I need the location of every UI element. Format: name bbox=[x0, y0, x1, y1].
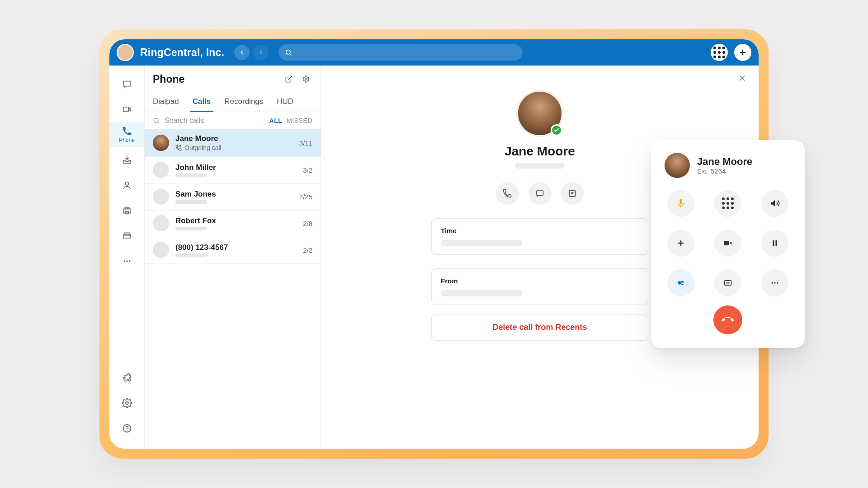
call-item-sub: Outgoing call bbox=[184, 144, 222, 151]
search-input[interactable] bbox=[278, 44, 523, 61]
add-call-button[interactable] bbox=[667, 230, 694, 257]
call-item-name: Jane Moore bbox=[175, 134, 293, 143]
video-icon bbox=[722, 239, 733, 248]
dialpad-icon bbox=[713, 47, 725, 58]
video-button[interactable] bbox=[714, 230, 741, 257]
close-icon bbox=[738, 74, 746, 82]
svg-rect-4 bbox=[123, 81, 131, 86]
phone-panel: Phone Dialpad Calls Recordings HUD bbox=[145, 66, 321, 449]
rail-item-chat[interactable] bbox=[109, 72, 144, 96]
nav-forward-button[interactable] bbox=[253, 45, 269, 60]
filter-all[interactable]: ALL bbox=[269, 117, 283, 124]
delete-call-button[interactable]: Delete call from Recents bbox=[431, 314, 648, 341]
record-icon bbox=[676, 279, 686, 287]
hangup-icon bbox=[721, 313, 735, 327]
svg-point-14 bbox=[126, 260, 127, 262]
rail-item-help[interactable] bbox=[109, 416, 144, 441]
cc-button[interactable]: CC bbox=[714, 269, 741, 296]
phone-icon bbox=[503, 189, 512, 198]
contact-actions bbox=[496, 182, 584, 205]
popout-button[interactable] bbox=[283, 73, 295, 85]
call-item-date: 2/2 bbox=[303, 246, 312, 254]
rail-item-settings[interactable] bbox=[109, 391, 144, 415]
skeleton bbox=[175, 253, 207, 257]
active-call-panel[interactable]: Jane Moore Ext. 5264 CC bbox=[651, 140, 805, 348]
avatar bbox=[153, 215, 169, 231]
svg-point-45 bbox=[774, 282, 775, 283]
chat-icon bbox=[535, 189, 544, 198]
avatar[interactable] bbox=[117, 44, 134, 61]
call-button[interactable] bbox=[496, 182, 519, 205]
more-button[interactable] bbox=[761, 269, 788, 296]
dialpad-button[interactable] bbox=[714, 190, 741, 217]
call-item-name: Sam Jones bbox=[175, 190, 293, 199]
speaker-button[interactable] bbox=[761, 190, 788, 217]
svg-point-44 bbox=[772, 282, 773, 283]
call-item[interactable]: (800) 123-4567 2/2 bbox=[145, 237, 321, 264]
svg-point-18 bbox=[127, 430, 127, 431]
gear-icon bbox=[122, 398, 132, 408]
active-call-ext: Ext. 5264 bbox=[697, 167, 752, 175]
svg-point-7 bbox=[125, 182, 128, 185]
skeleton bbox=[441, 290, 522, 296]
nav-back-button[interactable] bbox=[234, 45, 250, 60]
svg-point-20 bbox=[305, 78, 307, 80]
panel-settings-button[interactable] bbox=[300, 73, 312, 85]
svg-text:CC: CC bbox=[726, 282, 730, 285]
filter-row: Search calls ALL MISSED bbox=[145, 112, 321, 130]
hold-button[interactable] bbox=[761, 230, 788, 257]
svg-point-15 bbox=[129, 260, 130, 262]
svg-point-16 bbox=[126, 402, 128, 404]
phone-icon bbox=[122, 126, 132, 136]
dialpad-button[interactable] bbox=[711, 44, 728, 61]
tab-recordings[interactable]: Recordings bbox=[224, 93, 263, 112]
tab-hud[interactable]: HUD bbox=[277, 93, 293, 112]
hangup-button[interactable] bbox=[713, 305, 742, 334]
rail-item-inbox[interactable] bbox=[109, 148, 144, 172]
message-button[interactable] bbox=[528, 182, 551, 205]
call-item[interactable]: Jane Moore Outgoing call 3/11 bbox=[145, 130, 321, 157]
note-button[interactable] bbox=[561, 182, 584, 205]
rail-item-video[interactable] bbox=[109, 97, 144, 122]
call-item[interactable]: John Miller 3/2 bbox=[145, 157, 321, 184]
filter-missed[interactable]: MISSED bbox=[287, 117, 312, 124]
call-item[interactable]: Sam Jones 2/25 bbox=[145, 184, 321, 211]
rail-item-more[interactable] bbox=[109, 249, 144, 273]
svg-point-38 bbox=[678, 281, 681, 285]
nav-rail: Phone bbox=[109, 66, 145, 449]
close-button[interactable] bbox=[736, 72, 749, 84]
pause-icon bbox=[771, 239, 779, 247]
speaker-icon bbox=[770, 198, 780, 208]
svg-point-13 bbox=[123, 260, 125, 262]
mic-icon bbox=[676, 198, 686, 208]
fax-icon bbox=[122, 206, 132, 216]
new-button[interactable] bbox=[734, 44, 751, 61]
mute-button[interactable] bbox=[667, 190, 694, 217]
rail-item-contacts[interactable] bbox=[109, 173, 144, 197]
from-label: From bbox=[441, 277, 639, 285]
search-icon bbox=[153, 117, 160, 124]
external-icon bbox=[285, 75, 293, 83]
tray-icon bbox=[122, 231, 132, 240]
tab-dialpad[interactable]: Dialpad bbox=[153, 93, 179, 112]
brand-name: RingCentral, Inc. bbox=[140, 47, 224, 59]
phone-tabs: Dialpad Calls Recordings HUD bbox=[145, 93, 321, 112]
rail-item-apps[interactable] bbox=[109, 366, 144, 390]
svg-rect-34 bbox=[724, 241, 729, 245]
avatar bbox=[153, 188, 169, 205]
rail-item-voicemail[interactable] bbox=[109, 224, 144, 248]
tab-calls[interactable]: Calls bbox=[193, 93, 211, 112]
svg-rect-36 bbox=[773, 240, 774, 246]
call-item-date: 2/8 bbox=[303, 220, 312, 227]
rail-item-fax[interactable] bbox=[109, 198, 144, 223]
record-button[interactable] bbox=[667, 269, 694, 296]
svg-rect-9 bbox=[125, 207, 129, 209]
svg-line-19 bbox=[288, 76, 292, 80]
rail-item-phone[interactable]: Phone bbox=[109, 122, 144, 147]
svg-point-46 bbox=[777, 282, 778, 283]
call-item[interactable]: Robert Fox 2/8 bbox=[145, 211, 321, 237]
avatar bbox=[153, 242, 169, 258]
search-calls-input[interactable]: Search calls bbox=[153, 117, 265, 125]
puzzle-icon bbox=[122, 373, 132, 383]
avatar bbox=[665, 153, 690, 178]
